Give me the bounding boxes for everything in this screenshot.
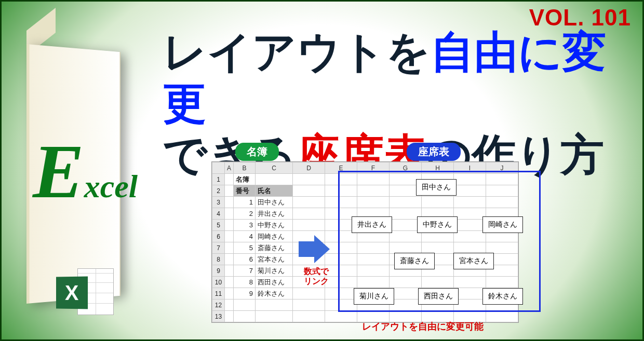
cell[interactable] bbox=[293, 311, 325, 322]
row-header[interactable]: 7 bbox=[212, 242, 225, 254]
cell[interactable] bbox=[256, 299, 293, 311]
cell[interactable]: 番号 bbox=[234, 185, 256, 197]
row-header[interactable]: 5 bbox=[212, 220, 225, 231]
cell[interactable]: 2 bbox=[234, 208, 256, 220]
cell[interactable] bbox=[225, 174, 234, 185]
cell[interactable] bbox=[234, 311, 256, 322]
excel-icon-badge: X bbox=[56, 276, 88, 309]
col-header[interactable]: B bbox=[234, 162, 256, 174]
title-1b: を bbox=[386, 28, 431, 76]
excel-letter-e: E bbox=[33, 141, 84, 202]
cell[interactable] bbox=[256, 311, 293, 322]
arrow-caption: 数式で リンク bbox=[296, 266, 337, 286]
cell[interactable] bbox=[225, 197, 234, 208]
excel-app-icon: X bbox=[56, 265, 114, 318]
cell[interactable]: 宮本さん bbox=[256, 254, 293, 265]
cell[interactable] bbox=[225, 220, 234, 231]
seat-box[interactable]: 田中さん bbox=[416, 179, 457, 196]
cell[interactable]: 6 bbox=[234, 254, 256, 265]
seat-box[interactable]: 井出さん bbox=[352, 216, 392, 233]
col-header[interactable]: C bbox=[256, 162, 293, 174]
arrow-caption-l2: リンク bbox=[304, 277, 329, 285]
cell[interactable]: 中野さん bbox=[256, 220, 293, 231]
cell[interactable] bbox=[225, 288, 234, 299]
pill-roster: 名簿 bbox=[235, 143, 279, 161]
cell[interactable]: 氏名 bbox=[256, 185, 293, 197]
cell[interactable]: 斎藤さん bbox=[256, 242, 293, 254]
excel-letter-rest: xcel bbox=[84, 168, 138, 205]
cell[interactable]: 3 bbox=[234, 220, 256, 231]
seat-box[interactable]: 岡崎さん bbox=[482, 216, 523, 233]
cell[interactable] bbox=[293, 197, 325, 208]
row-header[interactable]: 10 bbox=[212, 277, 225, 288]
title-1a: レイアウト bbox=[163, 28, 386, 76]
row-header[interactable]: 11 bbox=[212, 288, 225, 299]
row-header[interactable]: 4 bbox=[212, 208, 225, 220]
row-header[interactable]: 12 bbox=[212, 299, 225, 311]
cell[interactable] bbox=[225, 242, 234, 254]
cell[interactable]: 岡崎さん bbox=[256, 231, 293, 242]
cell[interactable] bbox=[293, 288, 325, 299]
row-header[interactable]: 1 bbox=[212, 174, 225, 185]
seating-chart: 田中さん井出さん中野さん岡崎さん斎藤さん宮本さん菊川さん西田さん鈴木さん bbox=[338, 168, 541, 319]
row-header[interactable]: 9 bbox=[212, 265, 225, 277]
cell[interactable] bbox=[225, 231, 234, 242]
col-header[interactable]: D bbox=[293, 162, 325, 174]
seat-box[interactable]: 宮本さん bbox=[453, 253, 494, 269]
cell[interactable]: 菊川さん bbox=[256, 265, 293, 277]
cell[interactable] bbox=[293, 174, 325, 185]
cell[interactable] bbox=[293, 185, 325, 197]
cell[interactable] bbox=[293, 208, 325, 220]
cell[interactable] bbox=[234, 299, 256, 311]
cell[interactable]: 西田さん bbox=[256, 277, 293, 288]
thumbnail-frame: VOL. 101 Excel X レイアウトを自由に変更 できる座席表の作り方 … bbox=[0, 0, 644, 341]
row-header[interactable]: 6 bbox=[212, 231, 225, 242]
seat-box[interactable]: 斎藤さん bbox=[394, 253, 435, 269]
cell[interactable]: 田中さん bbox=[256, 197, 293, 208]
cell[interactable] bbox=[225, 299, 234, 311]
row-header[interactable]: 8 bbox=[212, 254, 225, 265]
cell[interactable]: 井出さん bbox=[256, 208, 293, 220]
cell[interactable]: 名簿 bbox=[234, 174, 256, 185]
cell[interactable] bbox=[225, 265, 234, 277]
cell[interactable]: 9 bbox=[234, 288, 256, 299]
cell[interactable] bbox=[293, 299, 325, 311]
row-header[interactable]: 13 bbox=[212, 311, 225, 322]
col-header[interactable]: A bbox=[225, 162, 234, 174]
pill-seating: 座席表 bbox=[407, 143, 461, 161]
title-block: レイアウトを自由に変更 できる座席表の作り方 bbox=[163, 26, 630, 181]
seat-box[interactable]: 中野さん bbox=[417, 216, 458, 233]
row-header[interactable]: 3 bbox=[212, 197, 225, 208]
excel-wordmark: Excel bbox=[33, 141, 138, 205]
arrow-caption-l1: 数式で bbox=[304, 267, 329, 276]
cell[interactable]: 7 bbox=[234, 265, 256, 277]
seat-box[interactable]: 西田さん bbox=[418, 288, 459, 305]
seating-chart-caption: レイアウトを自由に変更可能 bbox=[362, 320, 484, 333]
cell[interactable]: 5 bbox=[234, 242, 256, 254]
cell[interactable]: 1 bbox=[234, 197, 256, 208]
cell[interactable] bbox=[225, 277, 234, 288]
row-header[interactable]: 2 bbox=[212, 185, 225, 197]
cell[interactable]: 鈴木さん bbox=[256, 288, 293, 299]
select-all-corner[interactable] bbox=[212, 162, 225, 174]
cell[interactable] bbox=[293, 220, 325, 231]
seat-box[interactable]: 菊川さん bbox=[354, 288, 394, 305]
cell[interactable]: 4 bbox=[234, 231, 256, 242]
cell[interactable]: 8 bbox=[234, 277, 256, 288]
cell[interactable] bbox=[225, 311, 234, 322]
cell[interactable] bbox=[225, 185, 234, 197]
seat-box[interactable]: 鈴木さん bbox=[482, 288, 523, 305]
cell[interactable] bbox=[225, 208, 234, 220]
cell[interactable] bbox=[256, 174, 293, 185]
cell[interactable] bbox=[225, 254, 234, 265]
